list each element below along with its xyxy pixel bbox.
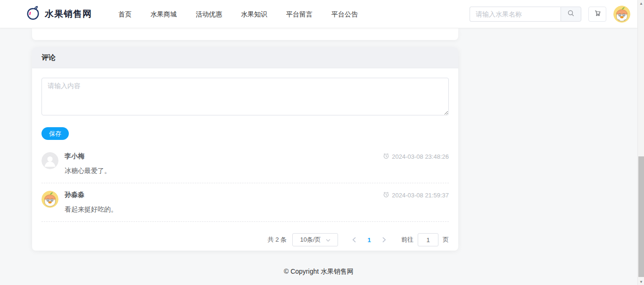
save-button[interactable]: 保存 [41,127,69,140]
alarm-clock-icon [383,153,389,161]
next-page-button[interactable] [376,237,393,243]
search-icon [567,9,575,19]
page-unit-label: 页 [443,236,449,244]
comments-card: 评论 保存 李小梅 [32,47,458,251]
scrollbar-thumb[interactable] [638,156,644,277]
nav-item-knowledge[interactable]: 水果知识 [241,0,267,28]
comments-card-body: 保存 李小梅 [32,68,458,256]
search-bar [470,7,581,22]
comment-textarea[interactable] [41,78,449,115]
alarm-clock-icon [383,191,389,199]
cart-button[interactable] [588,7,606,22]
apple-logo-icon [25,5,41,23]
comment-body: 孙淼淼 2024-03-08 21:59:37 [65,191,449,214]
brand-logo[interactable]: 水果销售网 [25,5,92,23]
comment-timestamp: 2024-03-08 21:59:37 [383,191,449,199]
comment-list: 李小梅 2024-03-08 23:48:26 [41,145,449,222]
vertical-scrollbar[interactable]: ▲ ▼ [637,0,644,285]
top-navbar: 水果销售网 首页 水果商城 活动优惠 水果知识 平台留言 平台公告 [0,0,637,28]
comment-content: 冰糖心最爱了。 [65,167,449,175]
site-title: 水果销售网 [45,8,92,20]
previous-card-bottom [32,28,458,40]
comments-card-header: 评论 [32,47,458,68]
goto-page-input[interactable] [418,233,438,246]
comment-timestamp: 2024-03-08 23:48:26 [383,153,449,161]
nav-item-mall[interactable]: 水果商城 [150,0,177,28]
header-actions [470,6,630,23]
comment-item: 李小梅 2024-03-08 23:48:26 [41,145,449,183]
commenter-default-avatar [41,152,58,169]
nav-item-announcements[interactable]: 平台公告 [331,0,358,28]
nav-item-home[interactable]: 首页 [118,0,132,28]
pagination-total: 共 2 条 [268,236,287,244]
pagination: 共 2 条 10条/页 1 前往 [41,233,449,246]
prev-page-button[interactable] [346,237,363,243]
main-nav: 首页 水果商城 活动优惠 水果知识 平台留言 平台公告 [118,0,358,28]
scroll-down-icon[interactable]: ▼ [638,278,644,285]
page-size-select[interactable]: 10条/页 [292,233,338,246]
search-button[interactable] [561,7,581,22]
commenter-name: 孙淼淼 [65,191,84,199]
goto-page: 前往 页 [401,233,449,246]
chevron-down-icon [326,236,330,244]
comment-body: 李小梅 2024-03-08 23:48:26 [65,152,449,175]
nav-item-promotions[interactable]: 活动优惠 [196,0,222,28]
goto-label: 前往 [401,236,413,244]
nav-item-messages[interactable]: 平台留言 [286,0,313,28]
footer-copyright: © Copyright 水果销售网 [0,268,637,276]
scroll-up-icon[interactable]: ▲ [638,0,644,7]
user-avatar[interactable] [613,6,630,23]
page-number-1[interactable]: 1 [363,236,376,244]
cart-icon [594,9,601,19]
comment-content: 看起来挺好吃的。 [65,205,449,214]
comment-item: 孙淼淼 2024-03-08 21:59:37 [41,183,449,222]
commenter-avatar [41,191,58,208]
search-input[interactable] [470,7,561,22]
comments-title: 评论 [41,53,56,62]
commenter-name: 李小梅 [65,152,84,161]
